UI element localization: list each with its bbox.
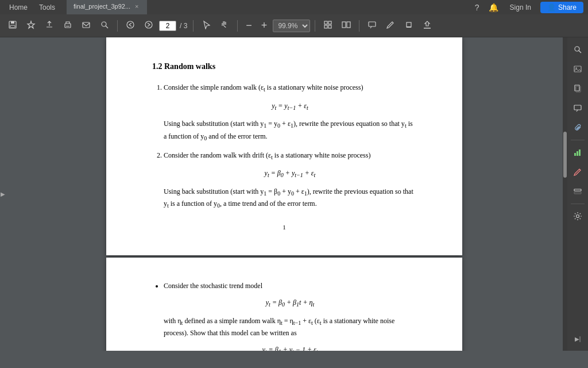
scrollbar-thumb[interactable] <box>563 132 567 178</box>
cursor-tool-button[interactable] <box>198 18 214 34</box>
next-page-icon <box>144 20 153 32</box>
svg-rect-28 <box>574 153 576 156</box>
toolbar-separator-1 <box>117 20 118 32</box>
svg-line-22 <box>579 51 581 53</box>
navigate-next-button[interactable] <box>141 18 157 34</box>
svg-rect-16 <box>347 22 350 28</box>
upload-icon <box>45 20 54 32</box>
pdf-viewer-area[interactable]: 1.2 Random walks Consider the simple ran… <box>6 37 563 351</box>
svg-point-24 <box>575 67 577 68</box>
equation-4: yt = β1 + yt − 1 + εt <box>164 344 416 351</box>
page-number-1: 1 <box>152 223 416 233</box>
zoom-in-icon: + <box>261 20 268 32</box>
zoom-in-button[interactable]: + <box>258 17 271 34</box>
top-navigation: Home Tools final_project_3p92... × ? 🔔 S… <box>0 0 588 14</box>
svg-point-7 <box>102 22 106 26</box>
home-nav-button[interactable]: Home <box>5 2 32 13</box>
section-heading: 1.2 Random walks <box>152 60 416 73</box>
svg-rect-32 <box>574 192 581 194</box>
page-separator: / 3 <box>179 22 188 30</box>
svg-rect-31 <box>574 189 581 191</box>
sidebar-separator-2 <box>571 204 585 204</box>
spread-view-button[interactable] <box>338 18 354 34</box>
svg-rect-18 <box>407 22 411 27</box>
svg-rect-5 <box>66 26 69 26</box>
svg-rect-17 <box>369 22 376 26</box>
comment-button[interactable] <box>364 18 380 34</box>
svg-point-21 <box>575 47 579 51</box>
sidebar-pen-button[interactable] <box>569 163 586 181</box>
sidebar-data-button[interactable] <box>569 144 586 161</box>
right-sidebar: ▶| <box>567 37 588 351</box>
sidebar-pages-button[interactable] <box>569 80 586 97</box>
help-icon: ? <box>475 3 479 12</box>
signin-button[interactable]: Sign In <box>505 2 536 13</box>
email-button[interactable] <box>78 18 94 34</box>
prev-page-icon <box>126 20 135 32</box>
problem-list-2: Consider the stochastic trend model yt =… <box>152 281 416 351</box>
share-button[interactable]: 👤 Share <box>540 2 583 13</box>
svg-rect-12 <box>328 21 331 24</box>
svg-rect-11 <box>324 21 327 24</box>
equation-2: yt = β0 + yt−1 + εt <box>164 168 416 180</box>
sidebar-settings-button[interactable] <box>569 208 586 225</box>
toolbar-separator-5 <box>359 20 359 32</box>
stamp-button[interactable] <box>419 18 435 34</box>
equation-3: yt = β0 + β1t + ηt <box>164 297 416 309</box>
svg-point-10 <box>145 21 152 28</box>
search-button[interactable] <box>96 18 113 34</box>
svg-rect-1 <box>11 21 14 24</box>
help-button[interactable]: ? <box>473 2 482 13</box>
problem-item-1: Consider the simple random walk (εt is a… <box>164 82 416 143</box>
share-icon: 👤 <box>547 3 556 12</box>
left-panel-toggle[interactable]: ▶ <box>0 37 6 351</box>
sidebar-separator-1 <box>571 140 585 140</box>
right-expand-icon: ▶| <box>575 336 581 342</box>
upload-button[interactable] <box>41 18 57 34</box>
share-label: Share <box>558 3 577 12</box>
sidebar-expand-button[interactable]: ▶| <box>569 330 586 347</box>
pen-button[interactable] <box>382 18 399 34</box>
star-icon <box>26 20 36 32</box>
sidebar-comment-button[interactable] <box>569 99 586 117</box>
highlight-button[interactable] <box>401 18 417 34</box>
cursor-icon <box>202 20 211 32</box>
tab-close-button[interactable]: × <box>134 3 140 10</box>
svg-rect-13 <box>324 25 327 28</box>
email-icon <box>82 20 91 32</box>
svg-rect-23 <box>574 66 581 72</box>
svg-point-9 <box>127 21 134 28</box>
fit-page-button[interactable] <box>320 18 336 34</box>
tab-filename: final_project_3p92... <box>74 3 130 10</box>
sidebar-image-button[interactable] <box>569 60 586 78</box>
pan-tool-button[interactable] <box>216 18 233 34</box>
stamp-icon <box>423 20 432 32</box>
svg-rect-30 <box>579 150 581 156</box>
pdf-page-1: 1.2 Random walks Consider the simple ran… <box>106 37 462 255</box>
sidebar-zoom-button[interactable] <box>569 41 586 58</box>
pdf-page-2: Consider the stochastic trend model yt =… <box>106 258 462 351</box>
highlight-icon <box>404 20 413 32</box>
sidebar-forms-button[interactable] <box>569 183 586 200</box>
main-content: ▶ 1.2 Random walks Consider the simple r… <box>0 37 588 351</box>
tools-nav-button[interactable]: Tools <box>34 2 60 13</box>
toolbar-separator-3 <box>237 20 238 32</box>
zoom-out-button[interactable]: − <box>242 17 256 34</box>
svg-point-33 <box>577 215 579 218</box>
print-button[interactable] <box>60 18 76 34</box>
bookmark-button[interactable] <box>23 18 39 34</box>
notifications-button[interactable]: 🔔 <box>486 2 501 13</box>
document-tab[interactable]: final_project_3p92... × <box>67 0 147 14</box>
zoom-select[interactable]: 99.9% 75% 100% 125% 150% <box>273 20 310 32</box>
save-icon <box>8 20 17 32</box>
sidebar-attach-button[interactable] <box>569 119 586 136</box>
search-icon <box>100 20 109 32</box>
page-number-input[interactable] <box>159 21 176 31</box>
svg-rect-4 <box>65 24 71 28</box>
fit-page-icon <box>323 20 332 32</box>
navigate-prev-button[interactable] <box>122 18 138 34</box>
scrollbar[interactable] <box>563 37 567 351</box>
save-button[interactable] <box>5 18 21 34</box>
svg-rect-15 <box>342 22 346 28</box>
spread-icon <box>342 20 351 32</box>
